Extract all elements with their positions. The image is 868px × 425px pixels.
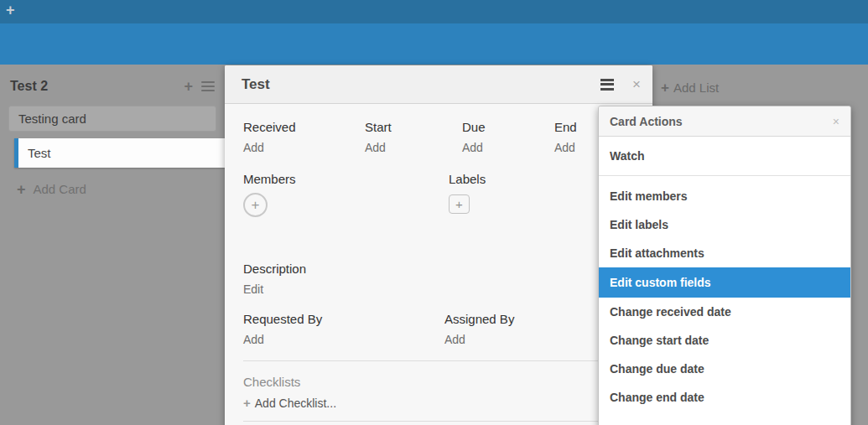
close-icon[interactable]: × xyxy=(632,77,641,91)
card-test-selected[interactable]: Test xyxy=(14,138,225,168)
add-member-button[interactable]: + xyxy=(243,193,268,217)
start-date-field: Start Add xyxy=(365,120,462,154)
start-label: Start xyxy=(365,120,462,134)
card-actions-menu-title: Card Actions xyxy=(610,115,833,128)
description-label: Description xyxy=(243,262,636,276)
section-divider xyxy=(243,421,636,422)
menu-item-edit-attachments[interactable]: Edit attachments xyxy=(599,239,850,267)
card-actions-menu: Card Actions × Watch Edit members Edit l… xyxy=(598,106,851,425)
menu-item-edit-custom-fields[interactable]: Edit custom fields xyxy=(599,267,850,298)
add-list-label: Add List xyxy=(673,80,719,95)
add-card-icon[interactable]: + xyxy=(184,80,193,92)
received-date-field: Received Add xyxy=(243,120,365,154)
card-modal-title: Test xyxy=(242,76,600,93)
received-add-link[interactable]: Add xyxy=(243,141,365,154)
section-divider xyxy=(243,360,636,361)
menu-item-edit-members[interactable]: Edit members xyxy=(599,182,850,210)
menu-item-change-received-date[interactable]: Change received date xyxy=(599,298,850,326)
card-actions-menu-header: Card Actions × xyxy=(599,106,850,137)
add-label-button[interactable]: + xyxy=(449,194,470,214)
received-label: Received xyxy=(243,120,365,134)
board-header-bar xyxy=(0,23,868,65)
requested-by-field: Requested By Add xyxy=(243,312,444,346)
menu-item-change-end-date[interactable]: Change end date xyxy=(599,383,850,412)
list-menu-icon[interactable] xyxy=(201,79,215,94)
plus-icon: + xyxy=(252,197,260,214)
card-detail-modal: Test × Received Add Start Add Due Add xyxy=(225,65,652,425)
close-icon[interactable]: × xyxy=(833,116,839,127)
members-field: Members + xyxy=(243,172,449,217)
board-list: Test 2 + Testing card Test + Add Card xyxy=(0,65,225,196)
list-title: Test 2 xyxy=(10,79,175,94)
add-card-button[interactable]: + Add Card xyxy=(17,182,225,196)
menu-item-change-due-date[interactable]: Change due date xyxy=(599,355,850,383)
due-label: Due xyxy=(462,120,554,134)
add-list-button[interactable]: + Add List xyxy=(661,80,719,95)
members-labels-row: Members + Labels + xyxy=(243,172,636,217)
checklists-heading: Checklists xyxy=(243,375,636,389)
add-checklist-button[interactable]: + Add Checklist... xyxy=(243,396,636,410)
start-add-link[interactable]: Add xyxy=(365,141,462,154)
description-edit-link[interactable]: Edit xyxy=(243,282,636,296)
add-card-label: Add Card xyxy=(34,182,86,196)
add-board-icon[interactable]: + xyxy=(6,2,15,19)
plus-icon: + xyxy=(455,197,463,211)
due-date-field: Due Add xyxy=(462,120,554,154)
list-header: Test 2 + xyxy=(0,65,225,96)
description-field: Description Edit xyxy=(243,262,636,296)
card-dates-row: Received Add Start Add Due Add End Add xyxy=(243,120,636,154)
card-modal-body: Received Add Start Add Due Add End Add xyxy=(225,104,652,422)
card-modal-header: Test × xyxy=(225,65,652,104)
card-title: Testing card xyxy=(18,111,86,126)
app-window: + Test 2 + Testing card Test + Add Card … xyxy=(0,0,868,425)
card-actions-menu-icon[interactable] xyxy=(600,76,614,92)
menu-item-edit-labels[interactable]: Edit labels xyxy=(599,210,850,239)
card-testing-card[interactable]: Testing card xyxy=(8,106,216,132)
members-label: Members xyxy=(243,172,449,186)
requested-assigned-row: Requested By Add Assigned By Add xyxy=(243,312,636,346)
top-navbar: + xyxy=(0,0,868,23)
requested-by-label: Requested By xyxy=(243,312,444,326)
plus-icon: + xyxy=(17,184,26,195)
card-title: Test xyxy=(28,146,51,160)
menu-item-change-start-date[interactable]: Change start date xyxy=(599,326,850,355)
card-actions-menu-list: Edit members Edit labels Edit attachment… xyxy=(599,176,850,417)
menu-item-watch[interactable]: Watch xyxy=(599,137,850,176)
plus-icon: + xyxy=(243,397,251,409)
due-add-link[interactable]: Add xyxy=(462,141,554,154)
add-checklist-label: Add Checklist... xyxy=(255,396,336,410)
plus-icon: + xyxy=(661,82,669,94)
requested-by-add-link[interactable]: Add xyxy=(243,333,444,346)
